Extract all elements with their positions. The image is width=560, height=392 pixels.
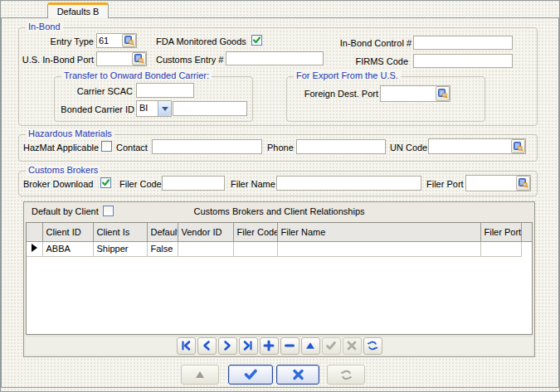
group-hazmat-title: Hazardous Materials [26, 128, 114, 138]
entry-type-lookup-icon[interactable] [122, 34, 136, 47]
us-in-bond-port-lookup-icon[interactable] [132, 52, 146, 65]
un-code-label: UN Code [390, 143, 427, 152]
group-export-us-title: For Export From the U.S. [294, 70, 401, 80]
grid-header-filer-name[interactable]: Filer Name [277, 223, 480, 241]
group-transfer-carrier-title: Transfer to Onward Bonded Carrier: [61, 70, 212, 80]
broker-download-label: Broker Download [23, 179, 93, 189]
grid-caption: Customs Brokers and Client Relationships [24, 206, 534, 216]
hazmat-contact-input[interactable] [152, 139, 262, 154]
nav-delete-button[interactable] [280, 337, 299, 355]
filer-code-label: Filer Code [119, 179, 162, 189]
hazmat-phone-label: Phone [267, 143, 294, 152]
in-bond-control-label: In-Bond Control # [330, 38, 411, 48]
foreign-dest-port-field[interactable] [380, 85, 450, 102]
grid-header-row[interactable]: Client ID Client Is Default Vendor ID Fi… [27, 223, 532, 241]
customs-entry-input[interactable] [226, 51, 324, 65]
cell-filler [521, 241, 532, 256]
nav-first-button[interactable] [177, 337, 196, 355]
footer-edit-button[interactable] [181, 365, 219, 385]
cell-vendor-id[interactable] [178, 241, 233, 256]
foreign-dest-port-lookup-icon[interactable] [436, 86, 450, 101]
grid-header-filer-code[interactable]: Filer Code [233, 223, 277, 241]
table-row[interactable]: ABBA Shipper False [27, 241, 532, 256]
filer-code-input[interactable] [162, 176, 225, 191]
nav-cancel-button[interactable] [343, 337, 362, 355]
cell-client-is[interactable]: Shipper [93, 241, 147, 256]
un-code-lookup-icon[interactable] [511, 139, 525, 153]
chevron-down-icon[interactable] [158, 101, 171, 116]
carrier-scac-input[interactable] [136, 83, 194, 98]
bonded-carrier-id-selected: BI [137, 101, 158, 116]
customs-entry-label: Customs Entry # [156, 55, 223, 65]
group-in-bond-title: In-Bond [26, 22, 63, 31]
us-in-bond-port-input[interactable] [97, 54, 132, 64]
hazmat-contact-label: Contact [116, 143, 148, 152]
fda-monitored-checkbox[interactable] [251, 35, 262, 46]
filer-name-label: Filer Name [231, 179, 275, 189]
carrier-scac-label: Carrier SCAC [65, 86, 133, 96]
in-bond-control-input[interactable] [413, 36, 513, 50]
filer-port-label: Filer Port [426, 179, 464, 189]
entry-type-input[interactable] [97, 36, 122, 46]
grid-header-client-is[interactable]: Client Is [93, 223, 147, 241]
bonded-carrier-id-input[interactable] [173, 101, 247, 116]
us-in-bond-port-label: U.S. In-Bond Port [21, 55, 94, 65]
grid-header-selector [27, 223, 42, 241]
filer-port-field[interactable] [465, 175, 531, 191]
grid-navigator [26, 336, 533, 355]
grid-caption-band: Default by Client Customs Brokers and Cl… [24, 202, 534, 220]
hazmat-applicable-label: HazMat Applicable [23, 143, 99, 152]
grid-header-vendor-id[interactable]: Vendor ID [178, 223, 233, 241]
filer-port-input[interactable] [466, 178, 516, 188]
bonded-carrier-id-label: Bonded Carrier ID [51, 104, 134, 114]
foreign-dest-port-label: Foreign Dest. Port [304, 89, 378, 99]
row-pointer-icon [32, 244, 37, 252]
us-in-bond-port-field[interactable] [96, 51, 147, 66]
nav-refresh-button[interactable] [363, 337, 382, 355]
hazmat-phone-input[interactable] [296, 139, 386, 154]
cell-client-id[interactable]: ABBA [42, 241, 93, 256]
group-customs-brokers-title: Customs Brokers [26, 165, 100, 175]
nav-edit-button[interactable] [301, 337, 320, 355]
tab-label: Defaults B [57, 7, 100, 17]
nav-insert-button[interactable] [260, 337, 279, 355]
grid-header-filer-port[interactable]: Filer Port [480, 223, 521, 241]
fda-monitored-label: FDA Monitored Goods [156, 36, 246, 46]
footer-cancel-button[interactable] [276, 365, 319, 385]
filer-name-input[interactable] [276, 176, 421, 191]
entry-type-label: Entry Type [33, 36, 94, 46]
footer-refresh-button[interactable] [327, 365, 365, 385]
entry-type-field[interactable] [96, 33, 137, 48]
cell-filer-code[interactable] [233, 241, 277, 256]
broker-download-checkbox[interactable] [100, 177, 111, 188]
grid-header-default[interactable]: Default [147, 223, 178, 241]
brokers-grid-panel: Default by Client Customs Brokers and Cl… [23, 201, 535, 357]
nav-next-button[interactable] [218, 337, 237, 355]
hazmat-applicable-checkbox[interactable] [101, 141, 112, 152]
un-code-field[interactable] [428, 138, 526, 154]
nav-last-button[interactable] [239, 337, 258, 355]
tab-defaults-b[interactable]: Defaults B [47, 2, 109, 18]
cell-default[interactable]: False [147, 241, 178, 256]
foreign-dest-port-input[interactable] [381, 89, 436, 99]
row-selector-cell [27, 241, 42, 256]
grid-header-filler [521, 223, 532, 241]
firms-code-label: FIRMS Code [330, 56, 408, 66]
nav-post-button[interactable] [322, 337, 341, 355]
firms-code-input[interactable] [413, 54, 513, 68]
nav-prior-button[interactable] [197, 337, 217, 355]
un-code-input[interactable] [429, 142, 511, 152]
cell-filer-name[interactable] [277, 241, 480, 256]
footer-ok-button[interactable] [228, 365, 273, 385]
grid-area[interactable]: Client ID Client Is Default Vendor ID Fi… [26, 222, 533, 335]
filer-port-lookup-icon[interactable] [516, 176, 530, 191]
cell-filer-port[interactable] [480, 241, 521, 256]
grid-header-client-id[interactable]: Client ID [42, 223, 93, 241]
bonded-carrier-id-select[interactable]: BI [136, 100, 172, 117]
